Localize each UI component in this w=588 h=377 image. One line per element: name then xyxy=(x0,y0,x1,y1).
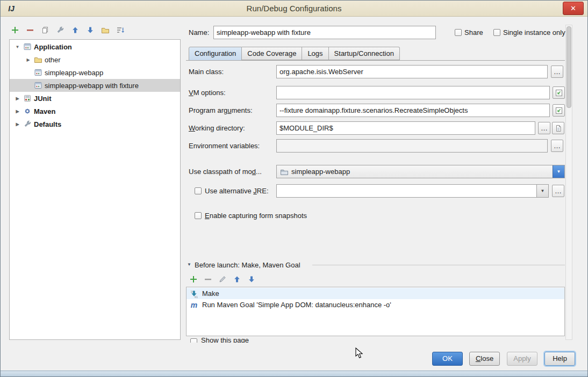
tab-logs[interactable]: Logs xyxy=(302,47,328,60)
use-classpath-label: Use classpath of mod... xyxy=(189,165,262,178)
tree-item-application[interactable]: ▼ Application xyxy=(10,40,180,53)
tree-collapse-arrow[interactable]: ▶ xyxy=(14,122,21,127)
remove-button[interactable] xyxy=(25,25,35,35)
main-class-input[interactable] xyxy=(276,65,548,78)
close-button[interactable]: ✕ xyxy=(563,2,584,15)
classpath-module-combo[interactable]: simpleapp-webapp ▼ xyxy=(276,165,565,178)
close-dialog-button[interactable]: Close xyxy=(469,352,500,366)
chevron-down-icon: ▼ xyxy=(557,169,561,174)
tab-configuration[interactable]: Configuration xyxy=(189,47,242,61)
copy-icon xyxy=(41,26,49,34)
remove-icon xyxy=(204,275,212,284)
before-launch-collapse-arrow[interactable]: ▼ xyxy=(187,262,191,267)
program-arguments-expand-button[interactable] xyxy=(553,104,565,117)
tree-expand-arrow[interactable]: ▼ xyxy=(14,45,21,49)
single-instance-checkbox[interactable] xyxy=(493,29,500,36)
add-icon xyxy=(11,26,19,34)
ellipsis-icon: … xyxy=(555,187,562,194)
vm-options-label: VM options: xyxy=(189,86,226,99)
intellij-logo: IJ xyxy=(5,3,17,15)
tree-collapse-arrow[interactable]: ▶ xyxy=(25,57,32,62)
tree-item-label: Defaults xyxy=(34,120,61,128)
run-debug-configurations-dialog: Run/Debug Configurations IJ ✕ xyxy=(0,0,588,377)
vm-options-input[interactable] xyxy=(276,86,550,99)
edit-defaults-button[interactable] xyxy=(55,25,65,35)
tree-item-simpleapp-webapp[interactable]: simpleapp-webapp xyxy=(10,66,180,79)
alternative-jre-checkbox[interactable] xyxy=(195,187,202,194)
before-launch-edit-button[interactable] xyxy=(218,274,227,284)
name-input[interactable] xyxy=(213,26,436,39)
down-arrow-icon xyxy=(247,275,256,284)
add-button[interactable] xyxy=(10,25,20,35)
new-folder-button[interactable] xyxy=(101,25,110,35)
move-down-button[interactable] xyxy=(85,25,95,35)
sort-icon xyxy=(116,26,125,34)
settings-tabs: Configuration Code Coverage Logs Startup… xyxy=(189,47,400,61)
alternative-jre-browse-button[interactable]: … xyxy=(552,185,564,197)
title-bar[interactable]: Run/Debug Configurations IJ ✕ xyxy=(1,1,587,17)
classpath-dropdown-button[interactable]: ▼ xyxy=(553,165,564,178)
before-launch-add-button[interactable] xyxy=(189,274,198,284)
down-arrow-icon xyxy=(86,26,95,34)
before-launch-move-up-button[interactable] xyxy=(232,274,242,284)
before-launch-item-maven-goal[interactable]: m Run Maven Goal 'Simple App DOM: datanu… xyxy=(187,299,564,310)
ellipsis-icon: … xyxy=(554,142,561,149)
chevron-down-icon: ▼ xyxy=(541,189,545,193)
show-this-page-row-clipped: Show this page xyxy=(186,337,412,343)
tree-item-label: Maven xyxy=(34,107,55,115)
sort-button[interactable] xyxy=(116,25,125,35)
share-checkbox[interactable] xyxy=(455,29,462,36)
tree-item-defaults[interactable]: ▶ Defaults xyxy=(10,118,180,130)
ok-button[interactable]: OK xyxy=(432,352,463,366)
alternative-jre-combo[interactable]: ▼ xyxy=(276,184,549,198)
main-class-browse-button[interactable]: … xyxy=(551,66,563,78)
before-launch-item-make[interactable]: 1001 Make xyxy=(187,288,564,299)
tab-code-coverage[interactable]: Code Coverage xyxy=(242,47,302,60)
working-directory-macro-button[interactable] xyxy=(552,122,564,134)
working-directory-browse-button[interactable]: … xyxy=(538,122,550,134)
program-arguments-input[interactable] xyxy=(276,104,550,117)
svg-text:01: 01 xyxy=(195,295,198,298)
environment-variables-browse-button[interactable]: … xyxy=(551,140,563,152)
window-bottom-frame xyxy=(1,371,587,376)
before-launch-toolbar xyxy=(189,274,256,284)
form-snapshots-checkbox[interactable] xyxy=(195,212,202,219)
move-up-button[interactable] xyxy=(70,25,80,35)
configurations-tree: ▼ Application ▶ other simpleapp-webapp s… xyxy=(9,39,181,340)
module-icon xyxy=(280,168,289,176)
wrench-icon xyxy=(56,26,64,34)
before-launch-remove-button[interactable] xyxy=(203,274,213,284)
remove-icon xyxy=(26,26,34,34)
main-class-label: Main class: xyxy=(189,65,224,78)
alternative-jre-label: Use alternative JRE: xyxy=(205,184,269,198)
tree-item-simpleapp-webapp-with-fixture[interactable]: simpleapp-webapp with fixture xyxy=(10,79,180,92)
tab-startup-connection[interactable]: Startup/Connection xyxy=(329,47,400,60)
environment-variables-input[interactable] xyxy=(276,139,548,153)
show-this-page-checkbox[interactable] xyxy=(190,338,197,343)
up-arrow-icon xyxy=(233,275,241,284)
before-launch-move-down-button[interactable] xyxy=(247,274,256,284)
before-launch-title: Before launch: Make, Maven Goal xyxy=(195,261,300,269)
before-launch-divider xyxy=(312,265,565,265)
tree-item-label: other xyxy=(45,56,61,64)
tree-collapse-arrow[interactable]: ▶ xyxy=(14,96,21,101)
working-directory-input[interactable] xyxy=(276,121,535,135)
tree-item-other[interactable]: ▶ other xyxy=(10,53,180,66)
tree-item-maven[interactable]: ▶ Maven xyxy=(10,105,180,118)
vm-options-expand-button[interactable] xyxy=(553,86,565,99)
tree-collapse-arrow[interactable]: ▶ xyxy=(14,109,21,114)
ellipsis-icon: … xyxy=(554,68,561,75)
single-instance-label: Single instance only xyxy=(503,26,565,39)
document-icon xyxy=(555,125,562,132)
share-label: Share xyxy=(464,26,483,39)
help-button[interactable]: Help xyxy=(544,352,575,366)
before-launch-item-label: Make xyxy=(202,289,219,298)
tree-item-label: simpleapp-webapp xyxy=(45,69,103,77)
copy-button[interactable] xyxy=(40,25,50,35)
tree-item-label: simpleapp-webapp with fixture xyxy=(45,82,139,90)
alternative-jre-dropdown-button[interactable]: ▼ xyxy=(536,185,548,197)
up-arrow-icon xyxy=(71,26,80,34)
mouse-cursor xyxy=(355,347,363,359)
tree-item-junit[interactable]: ▶ JUnit xyxy=(10,92,180,105)
scrollbar-thumb[interactable] xyxy=(567,26,571,108)
